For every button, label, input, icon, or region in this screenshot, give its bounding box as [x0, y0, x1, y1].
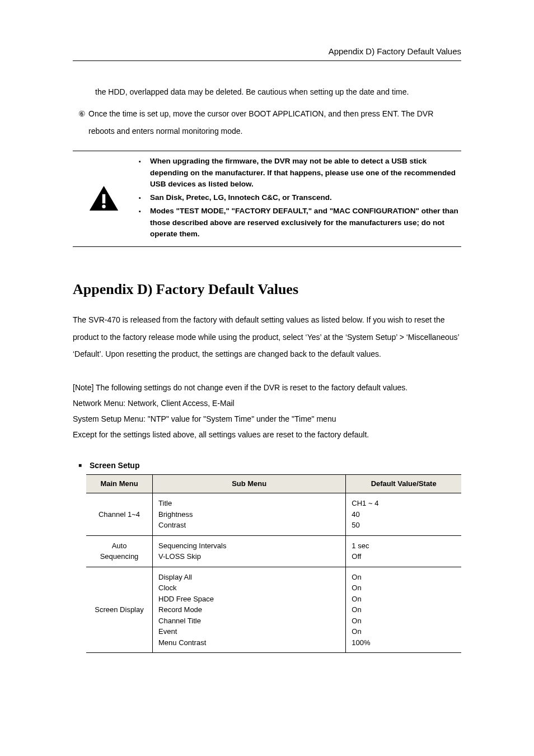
- square-bullet-icon: ■: [78, 461, 90, 470]
- bullet-icon: ▪: [139, 192, 150, 203]
- cell-main: Auto Sequencing: [86, 535, 153, 567]
- note-block: [Note] The following settings do not cha…: [73, 380, 461, 442]
- section-label: Screen Setup: [90, 459, 139, 472]
- bullet-icon: ▪: [139, 206, 150, 240]
- table-header-row: Main Menu Sub Menu Default Value/State: [86, 474, 461, 493]
- th-sub: Sub Menu: [153, 474, 346, 493]
- section-header: ■ Screen Setup: [73, 459, 461, 472]
- caution-item: ▪ San Disk, Pretec, LG, Innotech C&C, or…: [139, 192, 461, 203]
- step-item: ⑥ Once the time is set up, move the curs…: [73, 105, 461, 140]
- caution-box: ▪ When upgrading the firmware, the DVR m…: [73, 151, 461, 247]
- step-text: Once the time is set up, move the cursor…: [88, 105, 461, 140]
- appendix-heading: Appendix D) Factory Default Values: [73, 278, 461, 301]
- bullet-icon: ▪: [139, 156, 150, 190]
- th-main: Main Menu: [86, 474, 153, 493]
- svg-point-1: [102, 205, 105, 208]
- header-title: Appendix D) Factory Default Values: [329, 46, 461, 56]
- th-default: Default Value/State: [346, 474, 461, 493]
- table-row: Channel 1~4 Title Brightness Contrast CH…: [86, 493, 461, 536]
- cell-default: 1 sec Off: [346, 535, 461, 567]
- cell-main: Screen Display: [86, 567, 153, 653]
- defaults-table: Main Menu Sub Menu Default Value/State C…: [86, 474, 461, 654]
- table-row: Screen Display Display All Clock HDD Fre…: [86, 567, 461, 653]
- caution-item: ▪ Modes "TEST MODE," "FACTORY DEFAULT," …: [139, 206, 461, 240]
- svg-rect-0: [102, 194, 105, 204]
- warning-icon: [73, 156, 134, 242]
- page-header: Appendix D) Factory Default Values: [73, 45, 461, 61]
- note-line: Network Menu: Network, Client Access, E-…: [73, 395, 461, 411]
- caution-text: San Disk, Pretec, LG, Innotech C&C, or T…: [150, 192, 461, 203]
- caution-item: ▪ When upgrading the firmware, the DVR m…: [139, 156, 461, 190]
- appendix-intro: The SVR-470 is released from the factory…: [73, 311, 461, 363]
- note-line: System Setup Menu: "NTP" value for "Syst…: [73, 411, 461, 427]
- hdd-note-text: the HDD, overlapped data may be deleted.…: [73, 83, 461, 101]
- step-number: ⑥: [73, 105, 88, 140]
- cell-main: Channel 1~4: [86, 493, 153, 536]
- caution-text: When upgrading the firmware, the DVR may…: [150, 156, 461, 190]
- note-line: [Note] The following settings do not cha…: [73, 380, 461, 395]
- cell-default: On On On On On On 100%: [346, 567, 461, 653]
- cell-default: CH1 ~ 4 40 50: [346, 493, 461, 536]
- cell-sub: Sequencing Intervals V-LOSS Skip: [153, 535, 346, 567]
- cell-sub: Display All Clock HDD Free Space Record …: [153, 567, 346, 653]
- caution-text: Modes "TEST MODE," "FACTORY DEFAULT," an…: [150, 206, 461, 240]
- cell-sub: Title Brightness Contrast: [153, 493, 346, 536]
- caution-list: ▪ When upgrading the firmware, the DVR m…: [134, 156, 461, 242]
- note-line: Except for the settings listed above, al…: [73, 427, 461, 442]
- table-row: Auto Sequencing Sequencing Intervals V-L…: [86, 535, 461, 567]
